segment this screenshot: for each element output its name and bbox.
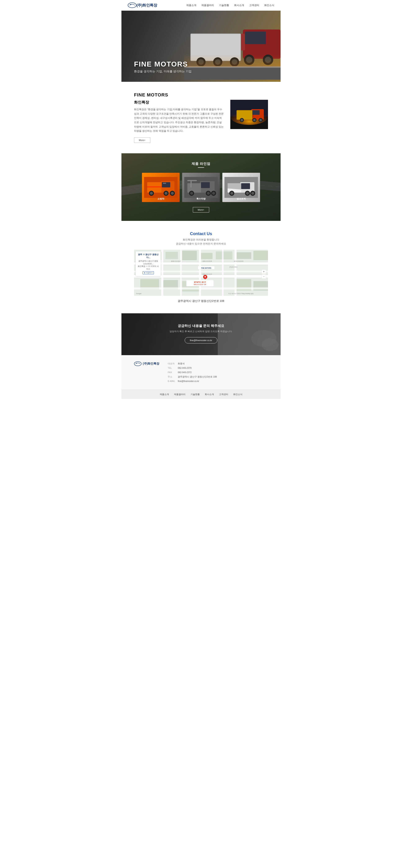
footer-nav-gallery[interactable]: 제품갤러리 xyxy=(174,393,185,396)
product-card-dump[interactable]: 덤프트럭 xyxy=(222,173,260,202)
about-fine-title: FINE MOTORS xyxy=(134,92,268,98)
hero-subtitle: 환경을 생각하는 기업, 미래를 생각하는 기업 xyxy=(134,70,192,73)
dump-truck-svg xyxy=(225,177,258,198)
svg-rect-54 xyxy=(188,180,197,181)
product-more-button[interactable]: More+ xyxy=(193,207,209,213)
nav-gallery[interactable]: 제품갤러리 xyxy=(201,4,214,7)
svg-text:Google: Google xyxy=(136,292,142,294)
footer-nav-tech[interactable]: 기술현황 xyxy=(191,393,200,396)
map-location-button[interactable]: ★ 저장하기 xyxy=(143,271,154,274)
product-card-fire[interactable]: 소방차 xyxy=(142,173,180,202)
footer-email-row: E-MAIL fine@finemoster.co.kr xyxy=(168,379,268,383)
footer-nav: 제품소개 제품갤러리 기술현황 회사소개 고객센터 화인소식 xyxy=(121,390,281,399)
footer-ceo-value: 화풍석 xyxy=(178,362,185,366)
footer-fax-value: 062-943-2372 xyxy=(178,370,191,375)
about-company-name: 화인특장 xyxy=(134,100,224,105)
hero-section: FINE MOTORS 환경을 생각하는 기업, 미래를 생각하는 기업 xyxy=(121,11,281,82)
footer-logo-text: (주)화인특장 xyxy=(143,362,159,366)
footer-logo: (주)화인특장 xyxy=(134,362,159,366)
svg-rect-51 xyxy=(188,183,201,193)
svg-rect-64 xyxy=(241,183,250,189)
about-description: 화인특장은 "환경을 생각하는 기업,미래를 생각하는 기업"을 모토로 품질의… xyxy=(134,107,224,133)
svg-rect-78 xyxy=(237,252,251,259)
footer-nav-about[interactable]: 회사소개 xyxy=(205,393,214,396)
svg-text:−: − xyxy=(263,275,264,278)
contact-subtitle: 화인특장은 여러분을 환영합니다 궁금하신 내용이 있으면 언제든지 문의하세요 xyxy=(134,238,268,246)
cta-title: 궁금하신 내용을 문의 해주세요 xyxy=(134,324,268,328)
product-divider xyxy=(198,167,204,168)
nav-customer[interactable]: 고객센터 xyxy=(249,4,259,7)
about-more-button[interactable]: More+ xyxy=(134,137,150,143)
svg-text:(주)화인특장: (주)화인특장 xyxy=(229,266,237,268)
svg-point-69 xyxy=(246,192,249,195)
footer-fax-label: FAX xyxy=(168,370,176,375)
hero-truck-image xyxy=(184,13,281,80)
nav-products[interactable]: 제품소개 xyxy=(186,4,196,7)
footer-nav-customer[interactable]: 고객센터 xyxy=(219,393,228,396)
nav-news[interactable]: 화인소식 xyxy=(264,4,274,7)
product-card-dump-label: 덤프트럭 xyxy=(222,197,260,200)
footer-tel-row: TEL 062-943-2370 xyxy=(168,366,268,370)
svg-point-58 xyxy=(207,192,210,195)
map-panel-address: 광주광역시 광산구 평동산단2번로... xyxy=(138,260,159,265)
footer: (주)화인특장 대표자 화풍석 TEL 062-943-2370 FAX 062… xyxy=(121,355,281,399)
svg-rect-93 xyxy=(161,250,163,296)
about-image-inner xyxy=(230,100,268,129)
svg-point-1 xyxy=(130,4,131,5)
nav-about[interactable]: 회사소개 xyxy=(234,4,244,7)
footer-tel-value: 062-943-2370 xyxy=(178,366,191,370)
svg-point-120 xyxy=(134,362,141,366)
cta-content: 궁금하신 내용을 문의 해주세요 담당자가 확인 후 빠르고 신세하게 답변 드… xyxy=(134,324,268,343)
footer-fax-row: FAX 062-943-2372 xyxy=(168,370,268,375)
product-card-fire-label: 소방차 xyxy=(142,197,180,200)
product-grid: 소방차 xyxy=(134,173,268,202)
svg-text:광주광역시 광산구: 광주광역시 광산구 xyxy=(194,281,206,283)
svg-rect-106 xyxy=(186,280,213,286)
svg-point-56 xyxy=(190,192,193,195)
special-truck-svg xyxy=(184,177,218,198)
fire-truck-svg xyxy=(144,177,177,198)
svg-text:지도 데이터 ©2023 TMap Mobility  법령: 지도 데이터 ©2023 TMap Mobility 법령 xyxy=(228,293,254,294)
svg-text:평동산단1번로: 평동산단1번로 xyxy=(171,260,181,262)
footer-info-block: 대표자 화풍석 TEL 062-943-2370 FAX 062-943-237… xyxy=(168,362,268,383)
footer-logo-icon xyxy=(134,362,142,366)
svg-text:평동산단1번로: 평동산단1번로 xyxy=(202,273,212,275)
footer-address-row: 주소 광주광역시 광산구 평동산단2번로 108 xyxy=(168,375,268,379)
logo[interactable]: (주)화인특장 xyxy=(128,2,157,8)
cta-subtitle: 담당자가 확인 후 빠르고 신세하게 답변 드리도록 하겠습니다. xyxy=(134,330,268,333)
nav-tech[interactable]: 기술현황 xyxy=(219,4,229,7)
footer-nav-products[interactable]: 제품소개 xyxy=(160,393,169,396)
svg-point-32 xyxy=(253,119,256,121)
svg-text:평동산단2번로: 평동산단2번로 xyxy=(234,260,243,262)
footer-nav-news[interactable]: 화인소식 xyxy=(233,393,242,396)
svg-point-67 xyxy=(230,192,233,195)
svg-rect-74 xyxy=(165,252,178,259)
svg-rect-52 xyxy=(201,182,210,188)
about-text-block: 화인특장 화인특장은 "환경을 생각하는 기업,미래를 생각하는 기업"을 모토… xyxy=(134,100,224,143)
footer-email-value: fine@finemoster.co.kr xyxy=(178,379,199,383)
map-container[interactable]: 평동산단1번로 평동산단2번로 평동산단2번로 평동산단1번로 FINE MOT… xyxy=(134,250,268,296)
contact-section: Contact Us 화인특장은 여러분을 환영합니다 궁금하신 내용이 있으면… xyxy=(121,221,281,313)
product-card-special-label: 특수차량 xyxy=(182,197,220,200)
svg-rect-27 xyxy=(237,110,252,120)
svg-rect-96 xyxy=(222,250,224,296)
svg-rect-77 xyxy=(216,251,232,259)
svg-rect-97 xyxy=(234,250,237,296)
hero-content: FINE MOTORS 환경을 생각하는 기업, 미래를 생각하는 기업 xyxy=(134,60,192,73)
product-card-special[interactable]: 특수차량 xyxy=(182,173,220,202)
contact-sub-line2: 궁금하신 내용이 있으면 언제든지 문의하세요 xyxy=(176,242,226,245)
svg-point-30 xyxy=(240,119,243,121)
svg-rect-76 xyxy=(201,253,212,259)
about-section: FINE MOTORS 화인특장 화인특장은 "환경을 생각하는 기업,미래를 … xyxy=(121,82,281,153)
product-section-title: 제품 라인업 xyxy=(134,162,268,166)
cta-email-button[interactable]: fine@finemoster.co.kr xyxy=(185,337,218,343)
svg-point-60 xyxy=(212,192,215,195)
svg-point-43 xyxy=(150,192,153,195)
svg-rect-79 xyxy=(253,251,268,260)
svg-point-0 xyxy=(128,3,136,8)
svg-point-47 xyxy=(171,192,174,195)
logo-text: (주)화인특장 xyxy=(137,3,157,8)
about-truck-image xyxy=(230,100,268,129)
svg-rect-95 xyxy=(199,250,201,296)
about-truck-svg xyxy=(230,100,268,129)
